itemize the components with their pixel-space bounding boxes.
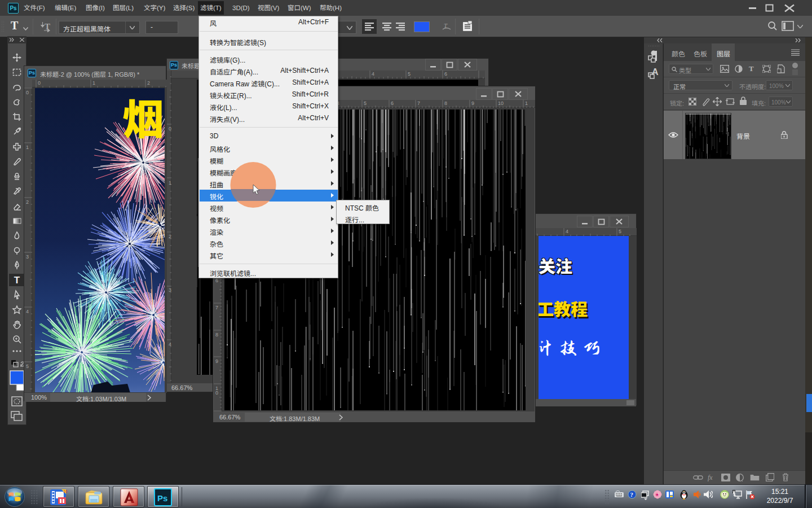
svg-text:10: 10 — [498, 100, 504, 106]
svg-text:1: 1 — [525, 100, 528, 106]
svg-text:4: 4 — [372, 71, 374, 77]
svg-text:0: 0 — [26, 90, 29, 95]
svg-text:16: 16 — [63, 489, 68, 493]
svg-text:9: 9 — [215, 358, 218, 364]
svg-text:7: 7 — [215, 305, 218, 310]
svg-text:5: 5 — [364, 100, 367, 106]
svg-text:6: 6 — [391, 100, 394, 106]
svg-text:8: 8 — [444, 100, 447, 106]
svg-text:2: 2 — [147, 80, 150, 86]
svg-text:3: 3 — [26, 254, 29, 260]
svg-text:4: 4 — [566, 229, 568, 234]
svg-text:T: T — [14, 275, 20, 286]
svg-text:1: 1 — [92, 80, 95, 86]
svg-text:T: T — [444, 22, 448, 29]
svg-text:10: 10 — [215, 386, 218, 396]
svg-text:4: 4 — [26, 309, 29, 314]
svg-text:?: ? — [630, 491, 634, 498]
svg-text:5: 5 — [26, 364, 29, 369]
svg-text:Ps: Ps — [157, 493, 167, 503]
svg-text:6: 6 — [444, 71, 447, 77]
svg-text:2: 2 — [26, 199, 29, 205]
svg-text:5: 5 — [408, 71, 411, 77]
svg-text:7: 7 — [417, 100, 420, 106]
svg-text:5: 5 — [619, 229, 621, 234]
svg-text:❀: ❀ — [655, 492, 659, 497]
svg-text:9: 9 — [471, 100, 474, 106]
svg-text:8: 8 — [215, 332, 218, 338]
svg-text:6: 6 — [215, 278, 218, 283]
svg-text:0: 0 — [38, 80, 41, 86]
svg-text:1: 1 — [26, 144, 29, 150]
